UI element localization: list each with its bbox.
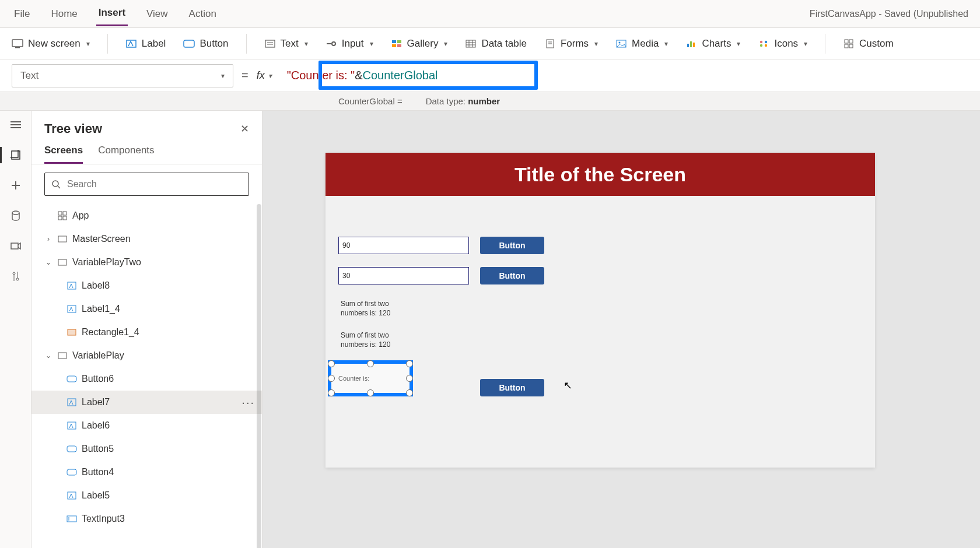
tree-node-label6[interactable]: Label6 bbox=[32, 414, 262, 437]
tree-node-label8[interactable]: Label8 bbox=[32, 274, 262, 297]
tree-node-label: Label7 bbox=[82, 397, 110, 408]
menu-home[interactable]: Home bbox=[48, 2, 79, 26]
rail-insert[interactable] bbox=[9, 178, 23, 192]
canvas-area[interactable]: Title of the Screen 90 Button 30 Button … bbox=[262, 111, 980, 548]
ribbon-data-table[interactable]: Data table bbox=[465, 38, 527, 50]
scrollbar-thumb[interactable] bbox=[257, 204, 261, 548]
tree-node-label7[interactable]: Label7 ··· bbox=[32, 391, 262, 414]
svg-rect-4 bbox=[265, 40, 275, 47]
svg-rect-37 bbox=[12, 151, 20, 159]
svg-rect-9 bbox=[392, 40, 396, 43]
resize-handle-w[interactable] bbox=[328, 375, 335, 382]
tree-node-button5[interactable]: Button5 bbox=[32, 437, 262, 461]
svg-rect-12 bbox=[397, 44, 401, 47]
fx-button[interactable]: fx ▾ bbox=[257, 69, 272, 82]
ribbon-icons[interactable]: Icons ▾ bbox=[758, 38, 807, 50]
ribbon-custom[interactable]: Custom bbox=[843, 38, 894, 50]
svg-rect-13 bbox=[466, 40, 475, 47]
property-select[interactable]: Text ▾ bbox=[12, 64, 233, 87]
tree-node-label: MasterScreen bbox=[72, 234, 131, 244]
canvas-title-bar[interactable]: Title of the Screen bbox=[326, 153, 875, 196]
ribbon-gallery[interactable]: Gallery ▾ bbox=[391, 38, 448, 50]
chevron-right-icon[interactable]: › bbox=[44, 235, 52, 243]
main-area: Tree view ✕ Screens Components App › Mas… bbox=[0, 111, 980, 548]
screen-icon bbox=[57, 257, 68, 268]
menu-view[interactable]: View bbox=[144, 2, 170, 26]
tree-node-label1-4[interactable]: Label1_4 bbox=[32, 297, 262, 321]
resize-handle-se[interactable] bbox=[406, 389, 413, 396]
rail-tools[interactable] bbox=[9, 269, 23, 283]
ribbon-charts[interactable]: Charts ▾ bbox=[685, 38, 740, 50]
menu-file[interactable]: File bbox=[12, 2, 32, 26]
chevron-down-icon[interactable]: ⌄ bbox=[44, 258, 52, 266]
resize-handle-s[interactable] bbox=[367, 389, 374, 396]
canvas-screen[interactable]: Title of the Screen 90 Button 30 Button … bbox=[326, 153, 875, 468]
tree-node-variableplaytwo[interactable]: ⌄ VariablePlayTwo bbox=[32, 251, 262, 274]
ribbon-label[interactable]: Label bbox=[125, 38, 166, 50]
custom-icon bbox=[843, 38, 855, 50]
resize-handle-e[interactable] bbox=[406, 375, 413, 382]
ribbon-forms[interactable]: Forms ▾ bbox=[544, 38, 598, 50]
tree-node-label: Label1_4 bbox=[82, 304, 120, 314]
svg-rect-2 bbox=[127, 40, 136, 47]
ribbon-input[interactable]: Input ▾ bbox=[326, 38, 373, 50]
svg-rect-50 bbox=[63, 212, 66, 215]
button-icon bbox=[66, 444, 77, 454]
tree-node-textinput3[interactable]: TextInput3 bbox=[32, 507, 262, 531]
tree-search[interactable] bbox=[44, 173, 249, 196]
chevron-down-icon[interactable]: ⌄ bbox=[44, 352, 52, 360]
canvas-button-3[interactable]: Button bbox=[480, 379, 544, 396]
rail-tree-view[interactable] bbox=[9, 148, 23, 162]
resize-handle-ne[interactable] bbox=[406, 360, 413, 367]
tree-search-input[interactable] bbox=[66, 178, 243, 190]
chevron-down-icon: ▾ bbox=[594, 40, 598, 48]
tree-node-label: Button5 bbox=[82, 444, 114, 454]
ribbon-button[interactable]: Button bbox=[183, 38, 228, 50]
tree-node-label5[interactable]: Label5 bbox=[32, 484, 262, 507]
ribbon-new-screen[interactable]: New screen ▾ bbox=[12, 38, 90, 50]
ribbon-text[interactable]: Text ▾ bbox=[264, 38, 308, 50]
canvas-button-2[interactable]: Button bbox=[480, 267, 544, 284]
more-options[interactable]: ··· bbox=[242, 396, 255, 409]
tab-components[interactable]: Components bbox=[98, 141, 154, 164]
tree-node-button6[interactable]: Button6 bbox=[32, 367, 262, 391]
tree-node-variableplay[interactable]: ⌄ VariablePlay bbox=[32, 344, 262, 367]
menu-insert[interactable]: Insert bbox=[96, 1, 128, 26]
tree-node-app[interactable]: App bbox=[32, 204, 262, 227]
rail-hamburger[interactable] bbox=[9, 118, 23, 132]
menu-action[interactable]: Action bbox=[187, 2, 219, 26]
svg-point-28 bbox=[760, 44, 762, 46]
ribbon-custom-label: Custom bbox=[859, 38, 894, 50]
tab-screens[interactable]: Screens bbox=[44, 141, 83, 164]
resize-handle-nw[interactable] bbox=[328, 360, 335, 367]
screen-icon bbox=[57, 350, 68, 361]
chevron-down-icon: ▾ bbox=[664, 40, 668, 48]
formula-input[interactable]: "Counter is: " & CounterGlobal bbox=[280, 64, 968, 87]
tree-view-close[interactable]: ✕ bbox=[240, 122, 249, 135]
canvas-sum-label-1[interactable]: Sum of first two numbers is: 120 bbox=[341, 300, 428, 318]
canvas-button-1[interactable]: Button bbox=[480, 237, 544, 254]
svg-rect-1 bbox=[15, 47, 20, 48]
svg-rect-30 bbox=[845, 40, 848, 43]
tree-node-rectangle1-4[interactable]: Rectangle1_4 bbox=[32, 321, 262, 344]
rail-data[interactable] bbox=[9, 209, 23, 223]
canvas-textinput-2[interactable]: 30 bbox=[338, 267, 469, 284]
tree-node-button4[interactable]: Button4 bbox=[32, 461, 262, 484]
app-icon bbox=[57, 210, 68, 221]
svg-rect-42 bbox=[11, 243, 18, 249]
chevron-down-icon: ▾ bbox=[444, 40, 447, 48]
resize-handle-sw[interactable] bbox=[328, 389, 335, 396]
chevron-down-icon: ▾ bbox=[268, 72, 272, 80]
ribbon-text-label: Text bbox=[281, 38, 299, 50]
resize-handle-n[interactable] bbox=[367, 360, 374, 367]
ribbon-media[interactable]: Media ▾ bbox=[615, 38, 668, 50]
canvas-textinput-1[interactable]: 90 bbox=[338, 237, 469, 254]
divider bbox=[246, 34, 247, 54]
tree-node-masterscreen[interactable]: › MasterScreen bbox=[32, 227, 262, 251]
tree-node-label: Button6 bbox=[82, 374, 114, 384]
rail-media[interactable] bbox=[9, 239, 23, 253]
canvas-sum-label-2[interactable]: Sum of first two numbers is: 120 bbox=[341, 331, 428, 349]
button-icon bbox=[66, 374, 77, 384]
button-icon bbox=[66, 467, 77, 477]
svg-rect-3 bbox=[184, 40, 194, 47]
